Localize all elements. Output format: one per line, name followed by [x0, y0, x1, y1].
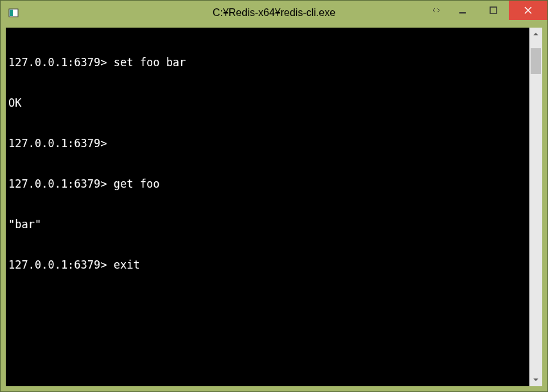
close-button[interactable] — [509, 1, 547, 20]
terminal-line: OK — [8, 96, 527, 110]
window-controls — [425, 1, 547, 20]
terminal-line: 127.0.0.1:6379> set foo bar — [8, 56, 527, 69]
terminal-line: 127.0.0.1:6379> get foo — [8, 177, 527, 191]
maximize-button[interactable] — [478, 1, 509, 20]
console-window: C:¥Redis-x64¥redis-cli.exe — [0, 0, 548, 392]
terminal-container: 127.0.0.1:6379> set foo bar OK 127.0.0.1… — [6, 28, 542, 386]
app-icon — [8, 8, 19, 18]
scrollbar[interactable] — [529, 28, 542, 386]
titlebar[interactable]: C:¥Redis-x64¥redis-cli.exe — [1, 1, 547, 25]
svg-rect-2 — [459, 12, 466, 13]
svg-rect-1 — [10, 10, 13, 16]
terminal-line: "bar" — [8, 218, 527, 231]
terminal-line: 127.0.0.1:6379> exit — [8, 258, 527, 272]
terminal-line: 127.0.0.1:6379> — [8, 137, 527, 150]
minimize-button[interactable] — [447, 1, 478, 20]
scroll-down-button[interactable] — [529, 373, 542, 386]
scroll-up-button[interactable] — [529, 28, 542, 40]
terminal-output[interactable]: 127.0.0.1:6379> set foo bar OK 127.0.0.1… — [6, 28, 529, 386]
svg-rect-3 — [490, 7, 497, 13]
scroll-thumb[interactable] — [531, 48, 541, 74]
resize-indicator-icon — [425, 1, 447, 20]
scroll-track[interactable] — [529, 40, 542, 373]
